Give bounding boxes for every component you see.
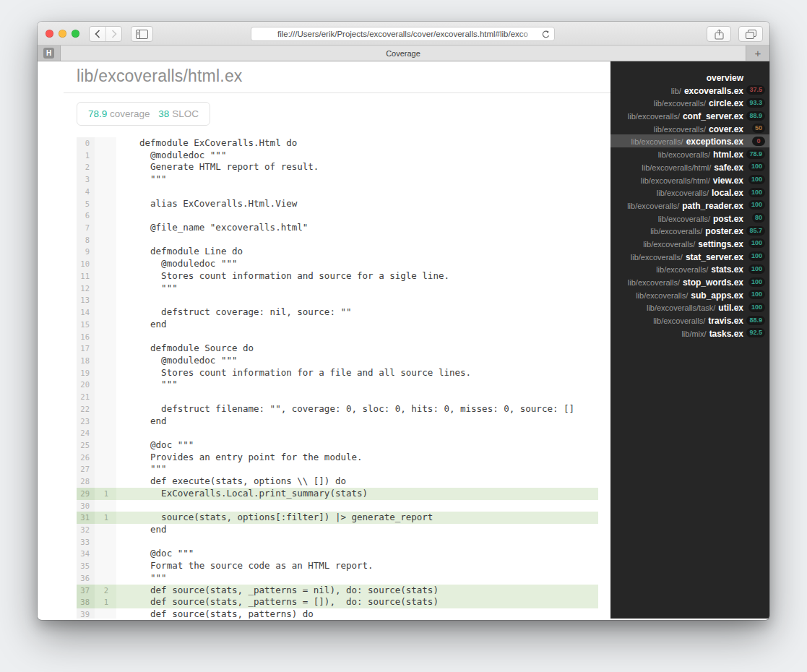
source-code-text: [116, 234, 598, 246]
sidebar-toggle-button[interactable]: [131, 26, 153, 42]
line-number: 5: [77, 198, 95, 210]
url-text: file:///Users/erik/Projects/excoveralls/…: [277, 30, 528, 38]
pinned-tab[interactable]: H: [38, 46, 61, 61]
source-code-text: [116, 391, 598, 403]
line-number: 19: [77, 367, 95, 379]
hit-count: [95, 150, 116, 162]
line-number: 34: [77, 548, 95, 560]
sidebar-item-file[interactable]: lib/excoveralls/stat_server.ex100: [610, 250, 769, 263]
source-code-text: def source(stats, _patterns = []), do: s…: [116, 596, 598, 608]
file-path: lib/excoveralls/: [636, 291, 688, 300]
file-name: view.ex: [713, 176, 743, 186]
hit-count: [95, 294, 116, 306]
sidebar-item-file[interactable]: lib/excoveralls/stats.ex100: [610, 262, 769, 275]
code-line: 26 Provides an entry point for the modul…: [77, 452, 598, 464]
code-line: 15 end: [77, 319, 598, 331]
source-code-text: [116, 186, 598, 198]
tab-bar: H Coverage +: [38, 46, 769, 61]
hit-count: [95, 234, 116, 246]
sidebar-item-file[interactable]: lib/excoveralls/settings.ex100: [610, 237, 769, 250]
close-window-button[interactable]: [46, 30, 53, 38]
tab-overview-button[interactable]: [738, 26, 763, 42]
code-line: 10 @moduledoc """: [77, 258, 598, 270]
reload-button[interactable]: [541, 30, 551, 39]
sidebar-item-file[interactable]: lib/excoveralls/cover.ex50: [610, 122, 769, 135]
back-button[interactable]: [90, 27, 105, 41]
coverage-percent-badge: 100: [748, 277, 765, 287]
line-number: 39: [77, 608, 95, 619]
forward-button[interactable]: [105, 27, 121, 41]
coverage-percent-badge: 100: [748, 238, 765, 248]
sidebar-item-file[interactable]: lib/excoveralls/circle.ex93.3: [610, 96, 769, 109]
code-line: 291 ExCoveralls.Local.print_summary(stat…: [77, 488, 598, 500]
sidebar-item-overview[interactable]: overview: [610, 71, 769, 84]
file-path: lib/excoveralls/: [658, 150, 710, 159]
line-number: 30: [77, 500, 95, 512]
line-number: 14: [77, 306, 95, 319]
minimize-window-button[interactable]: [59, 30, 66, 38]
sidebar-item-file[interactable]: lib/excoveralls/html/view.ex100: [610, 173, 769, 186]
share-button[interactable]: [707, 26, 731, 42]
new-tab-button[interactable]: +: [746, 46, 769, 61]
line-number: 10: [77, 258, 95, 270]
file-name: html.ex: [713, 150, 743, 160]
sidebar-item-file[interactable]: lib/mix/tasks.ex92.5: [610, 327, 769, 340]
code-line: 39 def source(stats, patterns) do: [77, 608, 598, 619]
sidebar-item-file[interactable]: lib/excoveralls/conf_server.ex88.9: [610, 109, 769, 122]
line-number: 9: [77, 246, 95, 258]
reload-icon: [541, 30, 551, 39]
sidebar-item-file[interactable]: lib/excoveralls/poster.ex85.7: [610, 224, 769, 237]
source-code-text: [116, 210, 598, 222]
code-line: 20 """: [77, 379, 598, 391]
address-bar[interactable]: file:///Users/erik/Projects/excoveralls/…: [251, 27, 555, 41]
code-line: 16: [77, 331, 598, 343]
source-code-text: defstruct coverage: nil, source: "": [116, 306, 598, 319]
browser-window: file:///Users/erik/Projects/excoveralls/…: [38, 22, 769, 620]
hit-count: [95, 186, 116, 198]
sidebar-item-file[interactable]: lib/excoveralls/html/safe.ex100: [610, 160, 769, 173]
code-line: 21: [77, 391, 598, 403]
file-name: stop_words.ex: [683, 277, 743, 288]
hit-count: 1: [95, 512, 116, 524]
coverage-percent-badge: 100: [748, 303, 765, 312]
source-code-text: alias ExCoveralls.Html.View: [116, 198, 598, 210]
sidebar-item-file[interactable]: lib/excoveralls/sub_apps.ex100: [610, 288, 769, 301]
sidebar-item-file[interactable]: lib/excoveralls/task/util.ex100: [610, 301, 769, 314]
tab-coverage[interactable]: Coverage: [61, 46, 746, 61]
line-number: 23: [77, 415, 95, 428]
line-number: 24: [77, 427, 95, 439]
hit-count: [95, 548, 116, 560]
source-code-text: [116, 427, 598, 439]
hit-count: [95, 415, 116, 428]
line-number: 21: [77, 391, 95, 403]
line-number: 12: [77, 283, 95, 295]
url-fade: [519, 27, 538, 40]
sidebar-item-file[interactable]: lib/excoveralls/path_reader.ex100: [610, 199, 769, 212]
sidebar-item-file[interactable]: lib/excoveralls.ex37.5: [610, 84, 769, 97]
coverage-percent-badge: 100: [748, 162, 765, 171]
sidebar-icon: [136, 30, 148, 39]
file-name: conf_server.ex: [683, 111, 743, 121]
sidebar-item-file[interactable]: lib/excoveralls/travis.ex88.9: [610, 314, 769, 327]
sidebar-item-file[interactable]: lib/excoveralls/stop_words.ex100: [610, 275, 769, 288]
coverage-percent-badge: 100: [748, 188, 765, 197]
file-name: sub_apps.ex: [691, 290, 743, 301]
hit-count: [95, 391, 116, 403]
coverage-percent-badge: 0: [752, 137, 765, 146]
hit-count: [95, 270, 116, 283]
source-code-text: @doc """: [116, 439, 598, 452]
sidebar-item-file[interactable]: lib/excoveralls/html.ex78.9: [610, 147, 769, 160]
line-number: 27: [77, 463, 95, 475]
share-icon: [715, 29, 724, 40]
line-number: 37: [77, 585, 95, 597]
file-name: poster.ex: [705, 226, 743, 236]
hit-count: [95, 306, 116, 319]
hit-count: [95, 137, 116, 150]
zoom-window-button[interactable]: [72, 30, 79, 38]
sidebar-item-file[interactable]: lib/excoveralls/local.ex100: [610, 186, 769, 199]
sidebar-item-file[interactable]: lib/excoveralls/exceptions.ex0: [610, 134, 769, 147]
sidebar-item-file[interactable]: lib/excoveralls/post.ex80: [610, 212, 769, 225]
source-code-text: def execute(stats, options \\ []) do: [116, 475, 598, 488]
coverage-value: 78.9: [88, 108, 107, 119]
line-number: 20: [77, 379, 95, 391]
